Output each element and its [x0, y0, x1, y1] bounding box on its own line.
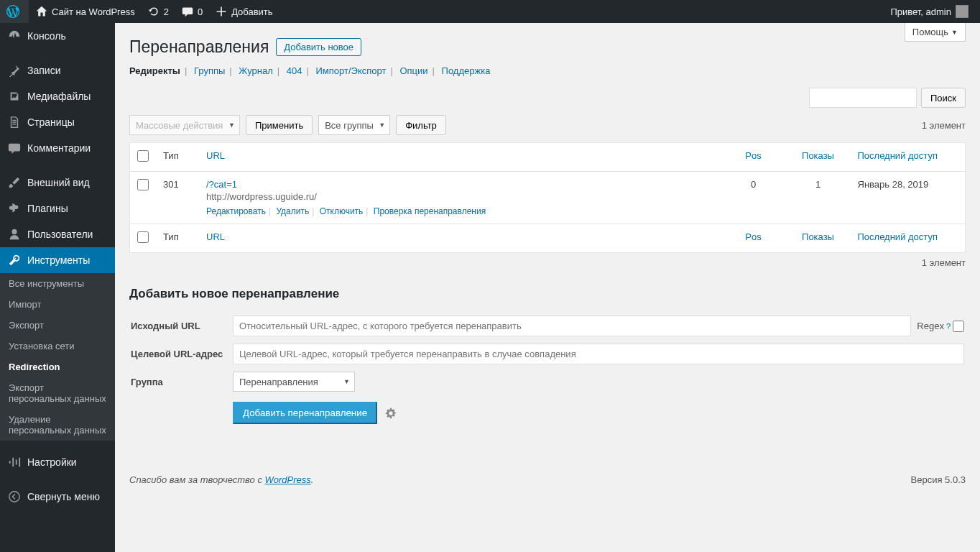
svg-point-0	[9, 492, 19, 502]
add-form-title: Добавить новое перенаправление	[129, 287, 966, 301]
items-count: 1 элемент	[922, 120, 966, 131]
help-tab-button[interactable]: Помощь ▼	[905, 23, 966, 42]
collapse-menu-button[interactable]: Свернуть меню	[0, 484, 115, 510]
select-all-checkbox-foot[interactable]	[137, 231, 149, 243]
collapse-icon	[7, 489, 22, 504]
plus-icon	[214, 4, 228, 19]
source-url-label: Исходный URL	[131, 313, 231, 339]
apply-button[interactable]: Применить	[246, 115, 313, 135]
row-last-access: Январь 28, 2019	[851, 172, 966, 224]
table-row: 301 /?cat=1 http://wordpress.uguide.ru/ …	[130, 172, 966, 224]
subnav-options[interactable]: Опции	[399, 65, 427, 76]
my-account-button[interactable]: Привет, admin	[884, 0, 974, 23]
regex-help-icon[interactable]: ?	[946, 322, 951, 331]
row-action-disable[interactable]: Отключить	[320, 206, 364, 216]
home-icon	[34, 4, 49, 19]
filter-button[interactable]: Фильтр	[396, 115, 446, 135]
groups-filter-select[interactable]: Все группы	[318, 115, 390, 135]
row-source-url[interactable]: /?cat=1	[206, 179, 714, 190]
plugin-icon	[7, 201, 22, 216]
submenu-export[interactable]: Экспорт	[0, 315, 115, 336]
updates-button[interactable]: 2	[141, 0, 175, 23]
sidebar-item-appearance[interactable]: Внешний вид	[0, 170, 115, 196]
add-redirect-submit-button[interactable]: Добавить перенаправление	[233, 402, 377, 424]
user-icon	[7, 227, 22, 242]
sidebar-item-settings[interactable]: Настройки	[0, 449, 115, 475]
select-all-checkbox[interactable]	[137, 150, 149, 162]
sidebar-label: Страницы	[27, 116, 75, 128]
subnav-log[interactable]: Журнал	[239, 65, 272, 76]
footer-thanks: Спасибо вам за творчество с WordPress.	[129, 474, 313, 485]
sidebar-item-posts[interactable]: Записи	[0, 58, 115, 83]
row-action-edit[interactable]: Редактировать	[206, 206, 266, 216]
row-checkbox[interactable]	[137, 179, 149, 190]
submenu-import[interactable]: Импорт	[0, 294, 115, 315]
submenu-erase-personal[interactable]: Удаление персональных данных	[0, 409, 115, 441]
sidebar-label: Свернуть меню	[27, 491, 100, 502]
subnav-groups[interactable]: Группы	[194, 65, 225, 76]
submenu-network-setup[interactable]: Установка сети	[0, 336, 115, 356]
sidebar-item-tools[interactable]: Инструменты	[0, 247, 115, 273]
bulk-actions-select[interactable]: Массовые действия	[129, 115, 240, 135]
row-code: 301	[156, 172, 199, 224]
wordpress-icon	[6, 4, 20, 19]
comment-icon	[180, 4, 195, 19]
site-name-button[interactable]: Сайт на WordPress	[29, 0, 141, 23]
sidebar-item-media[interactable]: Медиафайлы	[0, 83, 115, 109]
sidebar-item-comments[interactable]: Комментарии	[0, 135, 115, 161]
sidebar-item-dashboard[interactable]: Консоль	[0, 23, 115, 49]
settings-icon	[7, 455, 22, 469]
subnav-import-export[interactable]: Импорт/Экспорт	[316, 65, 387, 76]
wrench-icon	[7, 253, 22, 267]
col-type: Тип	[156, 143, 199, 172]
row-action-delete[interactable]: Удалить	[276, 206, 309, 216]
comments-button[interactable]: 0	[175, 0, 208, 23]
wordpress-link[interactable]: WordPress	[265, 474, 311, 485]
col-last-access[interactable]: Последний доступ	[851, 143, 966, 172]
tools-submenu: Все инструменты Импорт Экспорт Установка…	[0, 273, 115, 441]
source-url-input[interactable]	[233, 316, 911, 336]
sidebar-label: Медиафайлы	[27, 91, 91, 102]
avatar-icon	[956, 5, 969, 18]
add-new-redirect-button[interactable]: Добавить новое	[276, 38, 361, 56]
target-url-label: Целевой URL-адрес	[131, 341, 231, 367]
search-button[interactable]: Поиск	[921, 88, 966, 108]
search-input[interactable]	[809, 88, 917, 108]
submenu-redirection[interactable]: Redirection	[0, 356, 115, 377]
wp-logo-button[interactable]	[0, 0, 29, 23]
sidebar-label: Настройки	[27, 456, 77, 468]
admin-sidebar: Консоль Записи Медиафайлы Страницы Комме…	[0, 23, 115, 552]
target-url-input[interactable]	[233, 344, 964, 364]
row-pos: 0	[721, 172, 786, 224]
subnav-404[interactable]: 404	[287, 65, 302, 76]
comments-count: 0	[198, 6, 203, 17]
row-action-check[interactable]: Проверка перенаправления	[374, 206, 486, 216]
dashboard-icon	[7, 29, 22, 43]
sidebar-label: Записи	[27, 65, 60, 76]
add-new-button[interactable]: Добавить	[208, 0, 278, 23]
col-url[interactable]: URL	[199, 143, 721, 172]
sidebar-item-plugins[interactable]: Плагины	[0, 196, 115, 221]
gear-icon[interactable]	[384, 407, 397, 420]
sidebar-label: Пользователи	[27, 229, 93, 240]
sidebar-item-pages[interactable]: Страницы	[0, 109, 115, 135]
updates-count: 2	[164, 6, 169, 17]
submenu-export-personal[interactable]: Экспорт персональных данных	[0, 377, 115, 409]
row-hits: 1	[786, 172, 851, 224]
sidebar-label: Внешний вид	[27, 177, 90, 188]
sidebar-label: Комментарии	[27, 142, 91, 154]
regex-checkbox[interactable]	[953, 321, 964, 332]
comment-icon	[7, 141, 22, 155]
submenu-all-tools[interactable]: Все инструменты	[0, 273, 115, 294]
group-label: Группа	[131, 369, 231, 395]
col-hits[interactable]: Показы	[786, 143, 851, 172]
group-select[interactable]: Перенаправления	[233, 372, 355, 392]
media-icon	[7, 89, 22, 104]
col-pos[interactable]: Pos	[721, 143, 786, 172]
greeting-label: Привет, admin	[890, 6, 951, 17]
brush-icon	[7, 175, 22, 190]
sidebar-item-users[interactable]: Пользователи	[0, 221, 115, 247]
subnav-support[interactable]: Поддержка	[442, 65, 491, 76]
sidebar-label: Инструменты	[27, 254, 90, 266]
subnav-redirects[interactable]: Редиректы	[129, 65, 180, 76]
